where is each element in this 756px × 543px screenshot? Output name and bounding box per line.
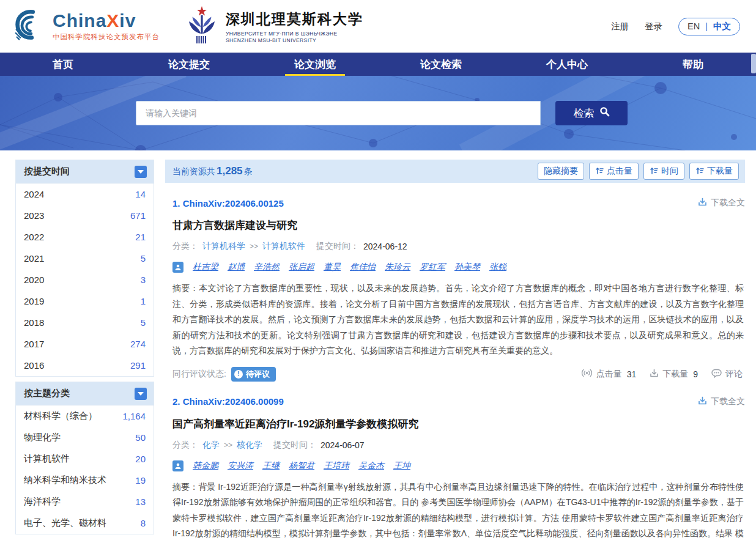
year-filter-item[interactable]: 2024 14	[16, 183, 154, 205]
login-link[interactable]: 登录	[645, 21, 662, 32]
category-link-secondary[interactable]: 核化学	[237, 440, 262, 451]
submit-time-label: 提交时间：	[316, 241, 359, 252]
author-link[interactable]: 辛浩然	[254, 262, 280, 273]
page: ChinaXiv 中国科学院科技论文预发布平台 深圳北理莫斯科大学 УНИВЕР…	[0, 0, 756, 543]
paper-id-link[interactable]: 2. ChinaXiv:202406.00099	[172, 396, 284, 407]
subject-filter-item[interactable]: 材料科学（综合） 1,164	[16, 405, 154, 427]
scrollbar-thumb[interactable]	[751, 54, 756, 73]
msu-bit-name-ru: УНИВЕРСИТЕТ МГУ-ППИ В ШЭНЬЧЖЭНЕ	[226, 31, 363, 37]
sort-by-clicks-button[interactable]: 点击量	[589, 163, 639, 180]
header-actions: 注册 登录 EN | 中文	[611, 18, 740, 35]
chinaxiv-logo[interactable]: ChinaXiv 中国科学院科技论文预发布平台	[13, 8, 160, 45]
paper-footer: 同行评议状态: ! 待评议 点击量 31	[172, 367, 745, 382]
author-person-icon	[172, 262, 183, 273]
hide-abstract-button[interactable]: 隐藏摘要	[538, 163, 584, 180]
comment-icon	[711, 369, 722, 380]
nav-item-browse[interactable]: 论文浏览	[252, 53, 378, 76]
author-link[interactable]: 韩金鹏	[193, 460, 218, 471]
paper-authors: 韩金鹏安兴涛王继杨智君王培玮吴金杰王坤	[172, 460, 745, 471]
paper-id-link[interactable]: 1. ChinaXiv:202406.00125	[172, 198, 284, 209]
author-link[interactable]: 罗红军	[420, 262, 445, 273]
lang-zh-option[interactable]: 中文	[713, 21, 731, 32]
subject-filter-item[interactable]: 海洋科学 13	[16, 491, 154, 512]
subject-filter-item[interactable]: 电子、光学、磁材料 8	[16, 512, 154, 534]
category-separator: >>	[250, 242, 258, 251]
author-link[interactable]: 吴金杰	[358, 460, 384, 471]
author-link[interactable]: 张启超	[289, 262, 314, 273]
results-count-text: 当前资源共1,285条	[172, 165, 253, 177]
search-button[interactable]: 检索	[555, 101, 628, 125]
year-filter-item[interactable]: 2022 21	[16, 226, 154, 248]
subject-label: 电子、光学、磁材料	[24, 517, 106, 529]
nav-item-search[interactable]: 论文检索	[378, 53, 504, 76]
subject-filter-item[interactable]: 计算机软件 20	[16, 448, 154, 470]
peer-review-badge[interactable]: ! 待评议	[231, 367, 276, 382]
chevron-down-icon	[138, 392, 144, 396]
year-filter-item[interactable]: 2019 1	[16, 290, 154, 312]
year-filter-item[interactable]: 2018 5	[16, 312, 154, 333]
author-link[interactable]: 焦佳怡	[350, 262, 376, 273]
subject-count: 8	[141, 518, 146, 528]
sort-icon	[650, 166, 658, 177]
chevron-down-icon	[138, 170, 144, 174]
download-fulltext-link[interactable]: 下载全文	[698, 198, 745, 209]
year-filter-item[interactable]: 2016 291	[16, 355, 154, 376]
collapse-toggle-button[interactable]	[135, 388, 147, 400]
msu-bit-name-en: SHENZHEN MSU-BIT UNIVERSITY	[226, 37, 363, 43]
peer-review-status: 同行评议状态: ! 待评议	[172, 367, 276, 382]
nav-item-help[interactable]: 帮助	[630, 53, 756, 76]
paper-title[interactable]: 甘肃方言数据库建设与研究	[172, 218, 745, 232]
search-input[interactable]	[136, 101, 541, 125]
subject-filter-item[interactable]: 物理化学 50	[16, 427, 154, 448]
category-link-primary[interactable]: 计算机科学	[202, 241, 245, 252]
year-count: 3	[141, 275, 146, 285]
comments-link[interactable]: 评论	[711, 369, 743, 380]
author-link[interactable]: 朱珍云	[385, 262, 410, 273]
author-link[interactable]: 孙美琴	[454, 262, 480, 273]
year-filter-item[interactable]: 2017 274	[16, 333, 154, 355]
paper-title[interactable]: 国产高剂量率近距离治疗Ir-192源剂量学参数模拟研究	[172, 417, 745, 431]
nav-item-account[interactable]: 个人中心	[504, 53, 630, 76]
paper-meta: 分类： 计算机科学 >> 计算机软件 提交时间： 2024-06-12	[172, 241, 745, 252]
main-nav: 首页 论文提交 论文浏览 论文检索 个人中心 帮助	[0, 53, 756, 76]
subject-count: 13	[135, 497, 146, 507]
paper-abstract: 摘要：本文讨论了方言数据库的重要性，现状，以及未来的发展趋势。首先，论文介绍了方…	[172, 281, 745, 359]
year-count: 274	[130, 339, 146, 349]
paper-meta: 分类： 化学 >> 核化学 提交时间： 2024-06-07	[172, 440, 745, 451]
sort-by-time-button[interactable]: 时间	[643, 163, 684, 180]
filter-section-title: 按提交时间	[24, 166, 70, 177]
register-link[interactable]: 注册	[611, 21, 629, 32]
results-toolbar: 当前资源共1,285条 隐藏摘要 点击量 时间	[165, 160, 745, 183]
subject-label: 海洋科学	[24, 496, 61, 508]
year-count: 5	[141, 253, 146, 264]
author-link[interactable]: 安兴涛	[228, 460, 253, 471]
author-link[interactable]: 杨智君	[289, 460, 314, 471]
language-switcher: EN | 中文	[678, 18, 740, 35]
author-link[interactable]: 张锐	[489, 262, 506, 273]
chinaxiv-wordmark: ChinaXiv	[53, 10, 136, 31]
collapse-toggle-button[interactable]	[135, 166, 147, 178]
nav-item-submit[interactable]: 论文提交	[126, 53, 252, 76]
sort-by-downloads-button[interactable]: 下载量	[689, 163, 739, 180]
year-filter-item[interactable]: 2023 671	[16, 205, 154, 226]
category-link-primary[interactable]: 化学	[202, 440, 220, 451]
exclamation-icon: !	[234, 370, 243, 379]
year-label: 2016	[24, 360, 44, 371]
msu-bit-logo[interactable]: 深圳北理莫斯科大学 УНИВЕРСИТЕТ МГУ-ППИ В ШЭНЬЧЖЭН…	[184, 6, 363, 47]
year-filter-item[interactable]: 2021 5	[16, 248, 154, 269]
paper-abstract: 摘要：背景 Ir-192近距治疗源是一种高剂量率γ射线放射源，其具有中心剂量率高…	[172, 479, 745, 543]
year-filter-item[interactable]: 2020 3	[16, 269, 154, 290]
author-link[interactable]: 王坤	[393, 460, 410, 471]
author-link[interactable]: 赵博	[228, 262, 245, 273]
subject-filter-item[interactable]: 纳米科学和纳米技术 19	[16, 470, 154, 491]
year-label: 2021	[24, 253, 44, 264]
author-link[interactable]: 王继	[262, 460, 280, 471]
category-link-secondary[interactable]: 计算机软件	[262, 241, 305, 252]
nav-item-home[interactable]: 首页	[0, 53, 126, 76]
year-label: 2017	[24, 339, 44, 349]
download-fulltext-link[interactable]: 下载全文	[698, 396, 745, 407]
lang-en-option[interactable]: EN	[687, 21, 700, 31]
author-link[interactable]: 董昊	[324, 262, 341, 273]
author-link[interactable]: 杜吉梁	[193, 262, 218, 273]
author-link[interactable]: 王培玮	[324, 460, 349, 471]
